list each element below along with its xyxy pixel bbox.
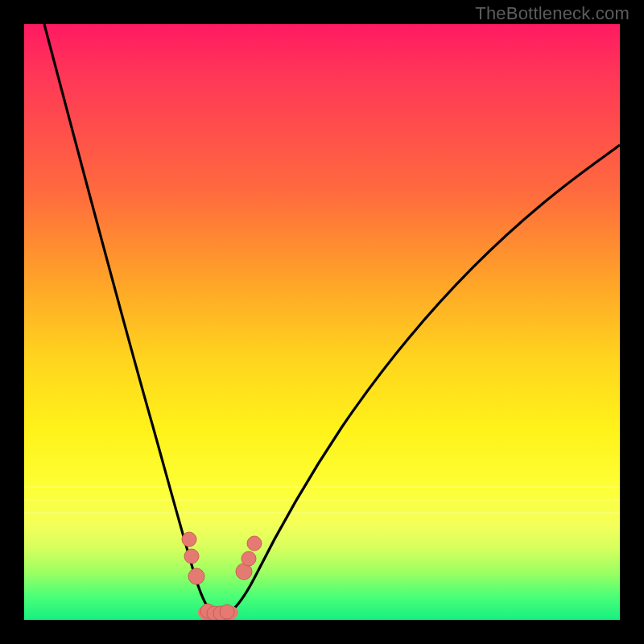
marker-dot	[242, 551, 256, 566]
bottleneck-curve-left	[44, 24, 217, 617]
bottleneck-curve-right	[224, 145, 620, 617]
marker-dot	[184, 549, 199, 564]
watermark-text: TheBottleneck.com	[475, 3, 630, 24]
marker-dot	[247, 536, 262, 551]
marker-dot	[188, 568, 204, 584]
marker-dot	[182, 532, 196, 547]
curve-layer	[24, 24, 620, 620]
marker-dot	[220, 605, 234, 619]
plot-area	[24, 24, 620, 620]
outer-frame: TheBottleneck.com	[0, 0, 644, 644]
